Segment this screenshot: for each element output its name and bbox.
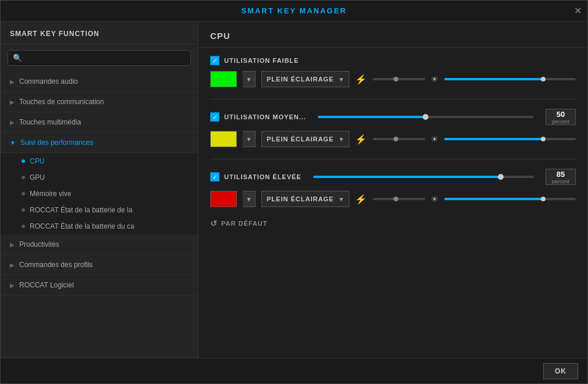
checkbox-low[interactable]: ✓ xyxy=(210,56,219,65)
threshold-value-medium: 50 percent xyxy=(546,109,576,125)
lighting-dropdown-medium[interactable]: PLEIN ÉCLAIRAGE ▼ xyxy=(261,131,349,147)
lighting-arrow-icon: ▼ xyxy=(338,196,344,202)
sub-item-label: ROCCAT État de la batterie de la xyxy=(30,206,132,214)
threshold-track xyxy=(318,116,534,118)
check-icon: ✓ xyxy=(212,57,218,65)
sidebar-item-roccat-logiciel[interactable]: ▶ ROCCAT Logiciel xyxy=(1,275,198,296)
checkbox-row-low: ✓ UTILISATION FAIBLE xyxy=(210,56,576,65)
arrow-icon: ▶ xyxy=(10,241,15,248)
default-button[interactable]: ↺ PAR DÉFAUT xyxy=(210,219,267,228)
section-low: ✓ UTILISATION FAIBLE ▼ PLEIN ÉCLAIRAGE ▼… xyxy=(210,56,576,87)
sidebar-item-memoire[interactable]: Mémoire vive xyxy=(1,186,198,202)
sidebar-item-roccat-batterie-1[interactable]: ROCCAT État de la batterie de la xyxy=(1,202,198,218)
sub-item-label: GPU xyxy=(30,173,45,182)
threshold-unit: percent xyxy=(552,119,569,125)
speed-thumb[interactable] xyxy=(394,197,398,201)
sub-item-label: Mémoire vive xyxy=(30,190,71,198)
brightness-fill xyxy=(444,198,543,200)
brightness-slider-high[interactable] xyxy=(444,193,576,205)
sidebar-header: SMART KEY FUNCTION xyxy=(1,22,198,44)
brightness-thumb[interactable] xyxy=(541,77,546,81)
lighting-dropdown-low[interactable]: PLEIN ÉCLAIRAGE ▼ xyxy=(261,71,349,87)
checkbox-label-high: UTILISATION ÉLEVÉE xyxy=(224,173,302,180)
sidebar-item-commandes-audio[interactable]: ▶ Commandes audio xyxy=(1,72,198,92)
main-header: CPU xyxy=(199,22,587,48)
checkbox-row-high: ✓ UTILISATION ÉLEVÉE xyxy=(210,169,576,185)
sidebar: SMART KEY FUNCTION 🔍 ▶ Commandes audio ▶… xyxy=(1,22,199,358)
sidebar-item-label: Productivités xyxy=(19,240,59,248)
sidebar-item-touches-communication[interactable]: ▶ Touches de communication xyxy=(1,92,198,112)
brightness-thumb[interactable] xyxy=(541,197,546,201)
sidebar-item-gpu[interactable]: GPU xyxy=(1,169,198,186)
brightness-thumb[interactable] xyxy=(541,137,546,141)
arrow-icon: ▶ xyxy=(10,262,15,268)
color-dropdown-arrow-low[interactable]: ▼ xyxy=(243,71,256,87)
sidebar-item-label: Commandes audio xyxy=(19,77,78,86)
check-icon: ✓ xyxy=(212,173,218,181)
dot-icon xyxy=(22,225,25,228)
brightness-icon: ☀ xyxy=(431,74,438,84)
speed-track xyxy=(373,138,425,140)
brightness-track xyxy=(444,138,576,140)
lighting-text-medium: PLEIN ÉCLAIRAGE xyxy=(267,136,334,143)
divider-1 xyxy=(210,99,576,99)
footer: OK xyxy=(1,358,587,383)
close-button[interactable]: ✕ xyxy=(574,6,582,16)
sidebar-item-roccat-batterie-2[interactable]: ROCCAT État de la batterie du ca xyxy=(1,218,198,234)
threshold-slider-high[interactable] xyxy=(313,171,534,183)
ok-button[interactable]: OK xyxy=(543,363,578,379)
brightness-icon: ☀ xyxy=(431,134,438,144)
lighting-dropdown-high[interactable]: PLEIN ÉCLAIRAGE ▼ xyxy=(261,191,349,207)
sidebar-item-cpu[interactable]: CPU xyxy=(1,153,198,169)
arrow-icon: ▶ xyxy=(10,282,15,289)
main-content: ✓ UTILISATION FAIBLE ▼ PLEIN ÉCLAIRAGE ▼… xyxy=(199,48,587,358)
color-swatch-low[interactable] xyxy=(210,71,237,87)
speed-icon: ⚡ xyxy=(355,194,367,205)
check-icon: ✓ xyxy=(212,113,218,121)
speed-thumb[interactable] xyxy=(394,137,398,141)
sidebar-item-suivi-performances[interactable]: ▼ Suivi des performances xyxy=(1,133,198,153)
reset-icon: ↺ xyxy=(210,219,218,228)
checkbox-high[interactable]: ✓ xyxy=(210,172,219,182)
sidebar-item-label: Touches de communication xyxy=(19,98,104,106)
content-area: SMART KEY FUNCTION 🔍 ▶ Commandes audio ▶… xyxy=(1,22,587,358)
sidebar-item-label: Commandes des profils xyxy=(19,261,93,269)
threshold-thumb[interactable] xyxy=(498,174,504,180)
color-swatch-medium[interactable] xyxy=(210,131,237,147)
checkbox-row-medium: ✓ UTILISATION MOYEN... xyxy=(210,109,576,125)
threshold-slider-medium[interactable] xyxy=(318,111,534,123)
color-dropdown-arrow-medium[interactable]: ▼ xyxy=(243,131,256,147)
sidebar-item-commandes-profils[interactable]: ▶ Commandes des profils xyxy=(1,255,198,275)
arrow-icon: ▶ xyxy=(10,79,15,85)
lighting-text-low: PLEIN ÉCLAIRAGE xyxy=(267,76,334,83)
speed-thumb[interactable] xyxy=(394,77,398,81)
color-dropdown-arrow-high[interactable]: ▼ xyxy=(243,191,256,207)
color-swatch-high[interactable] xyxy=(210,191,237,207)
section-medium: ✓ UTILISATION MOYEN... xyxy=(210,109,576,147)
sidebar-items-list: ▶ Commandes audio ▶ Touches de communica… xyxy=(1,72,198,358)
sidebar-item-touches-multimedia[interactable]: ▶ Touches multimédia xyxy=(1,112,198,133)
controls-row-medium: ▼ PLEIN ÉCLAIRAGE ▼ ⚡ ☀ xyxy=(210,131,576,147)
speed-slider-medium[interactable] xyxy=(373,133,425,145)
sidebar-item-label: Suivi des performances xyxy=(20,138,93,147)
brightness-slider-low[interactable] xyxy=(444,73,576,85)
threshold-thumb[interactable] xyxy=(423,114,428,120)
section-high: ✓ UTILISATION ÉLEVÉE xyxy=(210,169,576,207)
speed-slider-high[interactable] xyxy=(373,193,425,205)
search-box[interactable]: 🔍 xyxy=(8,50,191,66)
brightness-icon: ☀ xyxy=(431,194,438,204)
checkbox-medium[interactable]: ✓ xyxy=(210,112,219,122)
lighting-text-high: PLEIN ÉCLAIRAGE xyxy=(267,195,334,202)
speed-slider-low[interactable] xyxy=(373,73,425,85)
speed-icon: ⚡ xyxy=(355,74,367,85)
speed-track xyxy=(373,78,425,80)
checkbox-label-medium: UTILISATION MOYEN... xyxy=(224,113,306,120)
dot-icon xyxy=(22,192,25,195)
brightness-slider-medium[interactable] xyxy=(444,133,576,145)
sidebar-item-productivites[interactable]: ▶ Productivités xyxy=(1,234,198,255)
arrow-icon: ▶ xyxy=(10,99,15,105)
main-window: SMART KEY MANAGER ✕ SMART KEY FUNCTION 🔍… xyxy=(0,0,588,384)
controls-row-low: ▼ PLEIN ÉCLAIRAGE ▼ ⚡ ☀ xyxy=(210,71,576,87)
search-input[interactable] xyxy=(26,54,186,62)
page-title: CPU xyxy=(210,31,231,41)
